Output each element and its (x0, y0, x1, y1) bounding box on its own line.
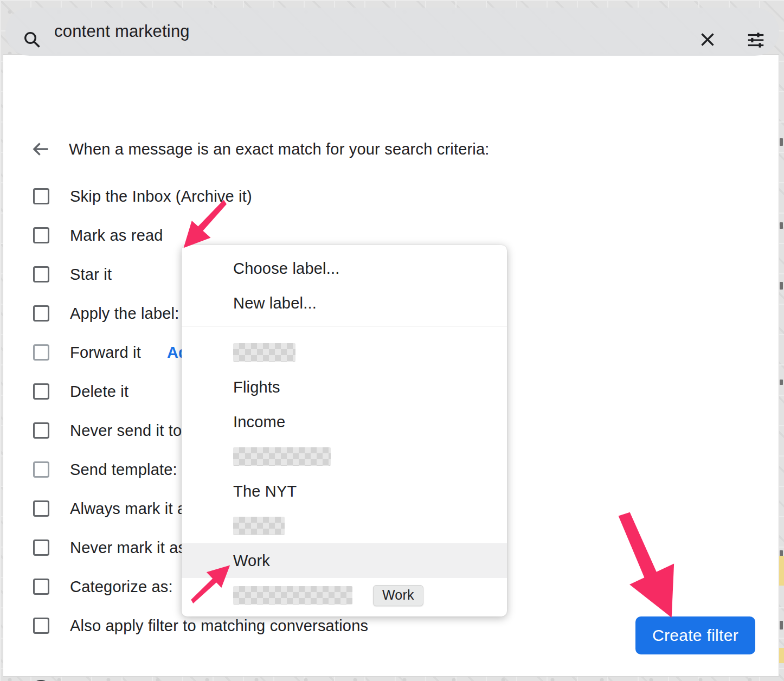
search-options-icon[interactable] (746, 30, 766, 50)
filter-row-label: Skip the Inbox (Archive it) (70, 188, 252, 205)
checkbox-mark-read[interactable] (33, 227, 49, 243)
checkbox-never-spam[interactable] (33, 422, 49, 439)
filter-row-label: Forward it (70, 344, 141, 362)
background-content-sliver (779, 54, 784, 676)
checkbox-always-important[interactable] (33, 500, 49, 517)
redacted-label-text (233, 517, 285, 535)
menu-item-flights[interactable]: Flights (182, 370, 507, 404)
menu-item-text: Income (233, 413, 285, 431)
menu-item-redacted-label[interactable] (182, 439, 507, 474)
checkbox-apply-label[interactable] (33, 305, 49, 322)
checkbox-categorize[interactable] (33, 579, 49, 595)
filter-row-delete: Delete it (33, 372, 128, 411)
menu-item-redacted-label[interactable] (182, 335, 507, 370)
menu-item-income[interactable]: Income (182, 404, 507, 439)
filter-row-label: Star it (70, 266, 112, 284)
menu-separator (182, 326, 507, 326)
menu-item-text: Work (233, 552, 270, 570)
checkbox-also-apply[interactable] (33, 618, 49, 634)
dialog-title: When a message is an exact match for you… (69, 140, 490, 158)
redacted-label-text (233, 447, 331, 466)
filter-row-label: Categorize as: (70, 578, 173, 596)
checkbox-skip-inbox[interactable] (33, 188, 49, 204)
search-icon (22, 30, 42, 49)
menu-item-redacted-label[interactable]: Work (182, 578, 507, 613)
filter-row-label: Mark as read (70, 227, 163, 245)
checkbox-delete[interactable] (33, 383, 49, 400)
back-arrow-icon[interactable] (31, 139, 50, 159)
redacted-label-text (233, 343, 295, 362)
search-input[interactable]: content marketing (54, 22, 190, 41)
menu-item-the-nyt[interactable]: The NYT (182, 474, 507, 509)
menu-item-work[interactable]: Work (182, 543, 507, 578)
search-bar: content marketing (5, 8, 779, 56)
menu-item-text: The NYT (233, 483, 297, 500)
menu-item-text: Flights (233, 378, 280, 396)
menu-item-redacted-label[interactable] (182, 509, 507, 543)
menu-item-choose-label[interactable]: Choose label... (182, 251, 507, 286)
menu-item-text: Choose label... (233, 260, 339, 278)
label-dropdown-menu: Choose label... New label... Flights Inc… (182, 245, 507, 616)
filter-row-label: Apply the label: (70, 305, 179, 323)
create-filter-button[interactable]: Create filter (635, 616, 755, 654)
filter-row-label: Delete it (70, 383, 128, 401)
checkbox-star[interactable] (33, 266, 49, 282)
checkbox-never-important[interactable] (33, 539, 49, 556)
filter-row-star: Star it (33, 255, 112, 294)
filter-row-mark-read: Mark as read (33, 216, 163, 255)
filter-row-label: Send template: (70, 461, 177, 479)
redacted-label-text (233, 586, 352, 605)
menu-item-text: New label... (233, 294, 317, 312)
filter-row-label: Also apply filter to matching conversati… (70, 617, 368, 635)
filter-row-skip-inbox: Skip the Inbox (Archive it) (33, 177, 252, 216)
menu-item-new-label[interactable]: New label... (182, 286, 507, 320)
checkbox-send-template[interactable] (33, 461, 49, 478)
checkbox-forward[interactable] (33, 344, 49, 361)
clear-search-icon[interactable] (698, 30, 717, 49)
work-tooltip-chip: Work (373, 585, 423, 606)
